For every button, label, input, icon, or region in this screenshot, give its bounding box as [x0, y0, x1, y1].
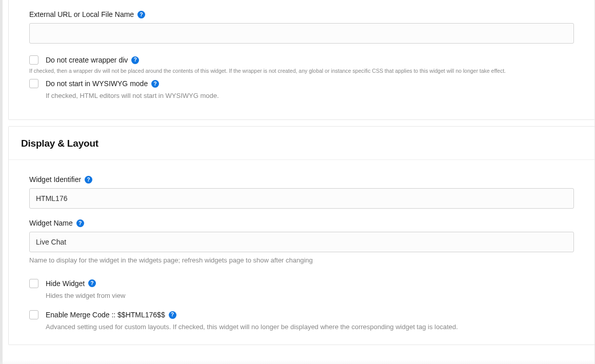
external-url-field: External URL or Local File Name ? [29, 10, 574, 44]
widget-identifier-label: Widget Identifier ? [29, 175, 574, 184]
help-icon[interactable]: ? [151, 80, 159, 88]
section-heading: Display & Layout [21, 138, 582, 149]
external-url-input[interactable] [29, 23, 574, 44]
label-text: Hide Widget [46, 279, 85, 288]
wysiwyg-checkbox-row: Do not start in WYSIWYG mode ? [29, 78, 574, 89]
panel-header: Display & Layout [9, 127, 594, 160]
widget-identifier-field: Widget Identifier ? [29, 175, 574, 209]
help-icon[interactable]: ? [88, 279, 96, 287]
wysiwyg-note: If checked, HTML editors will not start … [46, 91, 574, 101]
label-text: Enable Merge Code :: $$HTML176$$ [46, 311, 165, 319]
wysiwyg-checkbox[interactable] [29, 79, 38, 88]
label-text: Widget Identifier [29, 175, 81, 184]
label-text: Do not create wrapper div [46, 56, 128, 64]
label-text: External URL or Local File Name [29, 10, 134, 18]
merge-code-label: Enable Merge Code :: $$HTML176$$ ? [46, 310, 176, 320]
label-text: Do not start in WYSIWYG mode [46, 79, 148, 88]
external-url-label: External URL or Local File Name ? [29, 10, 574, 19]
wrapper-div-checkbox-row: Do not create wrapper div ? [29, 55, 574, 65]
wysiwyg-label: Do not start in WYSIWYG mode ? [46, 78, 159, 89]
widget-name-label: Widget Name ? [29, 219, 574, 228]
merge-code-checkbox[interactable] [29, 310, 38, 319]
help-icon[interactable]: ? [137, 11, 145, 18]
hide-widget-label: Hide Widget ? [46, 278, 96, 289]
help-icon[interactable]: ? [76, 219, 84, 227]
hide-widget-checkbox[interactable] [29, 279, 38, 288]
help-icon[interactable]: ? [85, 176, 92, 184]
display-layout-panel: Display & Layout Widget Identifier ? Wid… [8, 126, 595, 345]
label-text: Widget Name [29, 219, 73, 227]
hide-widget-note: Hides the widget from view [46, 291, 574, 301]
wrapper-div-checkbox[interactable] [29, 55, 38, 65]
widget-name-field: Widget Name ? Name to display for the wi… [29, 219, 574, 264]
widget-identifier-input[interactable] [29, 188, 574, 209]
help-icon[interactable]: ? [131, 56, 139, 64]
hide-widget-checkbox-row: Hide Widget ? [29, 278, 574, 289]
settings-panel-top: External URL or Local File Name ? Do not… [8, 0, 595, 120]
help-icon[interactable]: ? [169, 311, 176, 319]
widget-name-note: Name to display for the widget in the wi… [29, 256, 574, 264]
merge-code-note: Advanced setting used for custom layouts… [46, 322, 574, 332]
wrapper-div-label: Do not create wrapper div ? [46, 55, 139, 65]
wrapper-div-note: If checked, then a wrapper div will not … [29, 67, 574, 75]
widget-name-input[interactable] [29, 232, 574, 252]
merge-code-checkbox-row: Enable Merge Code :: $$HTML176$$ ? [29, 310, 574, 320]
